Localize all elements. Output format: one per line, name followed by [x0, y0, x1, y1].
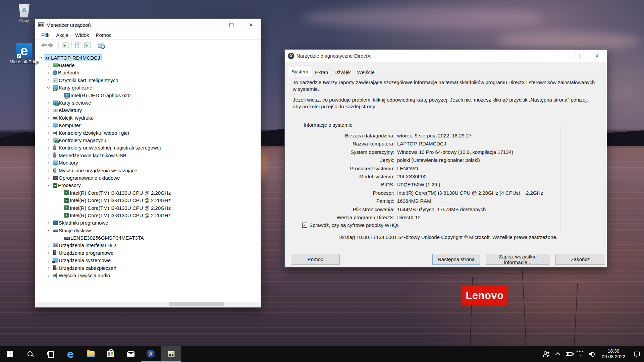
- expander-expanded-icon[interactable]: [46, 183, 52, 188]
- tree-item[interactable]: Urządzenia interfejsu HID: [35, 242, 261, 249]
- maximize-icon[interactable]: □: [222, 19, 241, 31]
- properties-icon[interactable]: [83, 41, 92, 50]
- expander-expanded-icon[interactable]: [46, 228, 52, 233]
- tree-item[interactable]: Bluetooth: [35, 69, 261, 76]
- tree-item[interactable]: Baterie: [35, 61, 261, 69]
- tree-item[interactable]: Intel(R) Core(TM) i3-8130U CPU @ 2.20GHz: [35, 196, 261, 204]
- tree-item[interactable]: Oprogramowanie układowe: [35, 174, 261, 181]
- tree-item[interactable]: Kontrolery magazynu: [35, 136, 261, 144]
- expander-collapsed-icon[interactable]: [46, 243, 52, 248]
- menu-item-file[interactable]: Plik: [38, 31, 53, 39]
- scrollbar-thumb[interactable]: [169, 302, 224, 306]
- expander-collapsed-icon[interactable]: [46, 273, 52, 278]
- device-manager-window: Menedżer urządzeń – □ × Plik Akcja Widok…: [35, 18, 261, 308]
- action-center-button[interactable]: [629, 346, 644, 362]
- start-button[interactable]: [0, 346, 20, 362]
- expander-collapsed-icon[interactable]: [46, 138, 52, 142]
- desktop-icon-edge[interactable]: Microsoft Edge: [8, 43, 40, 64]
- menu-item-action[interactable]: Akcja: [53, 31, 72, 39]
- forward-icon[interactable]: [47, 41, 57, 50]
- tab-system[interactable]: System: [288, 67, 312, 76]
- expander-collapsed-icon[interactable]: [46, 63, 52, 68]
- expander-collapsed-icon[interactable]: [46, 168, 52, 173]
- taskbar-device-manager-button[interactable]: [161, 346, 181, 362]
- tree-item[interactable]: Komputer: [35, 122, 261, 129]
- tree-item[interactable]: Wejścia i wyjścia audio: [35, 272, 261, 279]
- whql-checkbox-row[interactable]: Sprawdź, czy są cyfrowe podpisy WHQL: [302, 222, 400, 228]
- tree-item[interactable]: Monitory: [35, 159, 261, 166]
- volume-status[interactable]: [586, 346, 598, 362]
- taskbar-edge-button[interactable]: [60, 346, 80, 362]
- tree-item-content: Karty sieciowe: [52, 99, 93, 106]
- console-tree-icon[interactable]: [60, 41, 70, 50]
- tree-item-content: Kontrolery magazynu: [52, 137, 108, 144]
- expander-collapsed-icon[interactable]: [46, 145, 52, 150]
- tree-item[interactable]: Urządzenia zabezpieczeń: [35, 264, 261, 272]
- expander-collapsed-icon[interactable]: [46, 130, 52, 135]
- expander-collapsed-icon[interactable]: [46, 115, 52, 120]
- tree-item[interactable]: LENSE30256GMSP34MEAT3TA: [35, 234, 261, 241]
- expander-collapsed-icon[interactable]: [46, 175, 52, 180]
- help-button[interactable]: Pomoc: [291, 254, 340, 265]
- close-icon[interactable]: ×: [241, 19, 261, 31]
- taskbar-explorer-button[interactable]: [80, 346, 101, 362]
- tree-item[interactable]: Karty graficzne: [35, 84, 261, 92]
- whql-checkbox[interactable]: [302, 223, 307, 228]
- taskbar-store-button[interactable]: [101, 346, 121, 362]
- info-label: Język:: [299, 156, 394, 164]
- save-all-information-button[interactable]: Zapisz wszystkie informacje...: [486, 254, 549, 265]
- help-icon[interactable]: ?: [73, 41, 83, 50]
- exit-button[interactable]: Zakończ: [555, 254, 605, 265]
- tree-item[interactable]: Czytniki kart inteligentnych: [35, 76, 261, 84]
- expander-collapsed-icon[interactable]: [46, 70, 52, 75]
- tree-item[interactable]: Kolejki wydruku: [35, 114, 261, 121]
- minimize-icon[interactable]: –: [548, 50, 568, 62]
- expander-collapsed-icon[interactable]: [46, 153, 52, 158]
- expander-collapsed-icon[interactable]: [46, 78, 52, 82]
- next-page-button[interactable]: Następna strona: [432, 254, 480, 265]
- tree-item[interactable]: Urządzenia systemowe: [35, 257, 261, 264]
- tree-item[interactable]: Intel(R) Core(TM) i3-8130U CPU @ 2.20GHz: [35, 212, 261, 219]
- horizontal-scrollbar[interactable]: [36, 302, 260, 307]
- task-view-button[interactable]: [40, 346, 60, 362]
- taskbar-mail-button[interactable]: [121, 346, 141, 362]
- expander-collapsed-icon[interactable]: [46, 161, 52, 165]
- expander-collapsed-icon[interactable]: [46, 101, 52, 105]
- tree-item[interactable]: Mysz i inne urządzenia wskazujące: [35, 167, 261, 174]
- tree-item[interactable]: Karty sieciowe: [35, 99, 261, 106]
- tree-item[interactable]: Intel(R) UHD Graphics 620: [35, 92, 261, 99]
- tree-item[interactable]: Procesory: [35, 182, 261, 189]
- network-status[interactable]: [575, 346, 586, 362]
- tree-item[interactable]: Składniki programowe: [35, 219, 261, 227]
- tree-item[interactable]: Kontrolery uniwersalnej magistrali szere…: [35, 144, 261, 152]
- firmware-icon: [53, 176, 58, 180]
- tree-item[interactable]: Menedżerowie łączników USB: [35, 152, 261, 159]
- tree-item[interactable]: Intel(R) Core(TM) i3-8130U CPU @ 2.20GHz: [35, 204, 261, 212]
- taskbar-dxdiag-button[interactable]: [141, 346, 161, 362]
- expander-expanded-icon[interactable]: [46, 85, 52, 90]
- taskbar-clock[interactable]: 18:30 09.08.2022: [598, 346, 629, 362]
- minimize-icon[interactable]: –: [202, 19, 222, 31]
- expander-collapsed-icon[interactable]: [46, 108, 52, 113]
- expander-collapsed-icon[interactable]: [46, 123, 52, 128]
- expander-collapsed-icon[interactable]: [46, 221, 52, 225]
- battery-status[interactable]: [564, 346, 575, 362]
- tree-item[interactable]: Stacje dysków: [35, 227, 261, 234]
- tree-item[interactable]: Klawiatury: [35, 107, 261, 114]
- expander-collapsed-icon[interactable]: [46, 258, 52, 263]
- expander-collapsed-icon[interactable]: [46, 250, 52, 255]
- close-icon[interactable]: ×: [587, 50, 607, 62]
- desktop-icon-recycle-bin[interactable]: Kosz: [8, 3, 40, 23]
- tree-item[interactable]: Intel(R) Core(TM) i3-8130U CPU @ 2.20GHz: [35, 189, 261, 196]
- people-button[interactable]: [541, 346, 552, 362]
- tree-item[interactable]: Urządzenia programowe: [35, 249, 261, 256]
- menu-item-help[interactable]: Pomoc: [93, 31, 115, 39]
- tree-item-label: Intel(R) UHD Graphics 620: [70, 93, 130, 98]
- scan-hardware-changes-icon[interactable]: [96, 41, 105, 50]
- taskbar-search-button[interactable]: [20, 346, 40, 362]
- menu-item-view[interactable]: Widok: [72, 31, 93, 39]
- expander-collapsed-icon[interactable]: [46, 265, 52, 270]
- tree-item[interactable]: Kontrolery dźwięku, wideo i gier: [35, 129, 261, 136]
- tree-item[interactable]: LAPTOP-RD4MCDCJ: [35, 54, 261, 61]
- show-hidden-icons-button[interactable]: [552, 346, 564, 362]
